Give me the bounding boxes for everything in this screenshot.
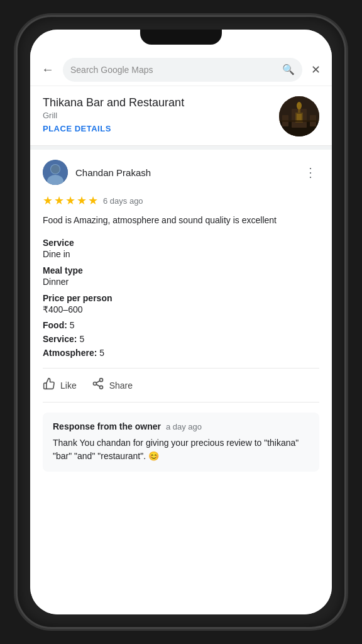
search-icon[interactable]: 🔍 [282,64,295,75]
response-header: Response from the owner a day ago [53,421,309,431]
atmosphere-rating-value: 5 [99,348,104,358]
share-icon [92,377,104,393]
content-area: Thikana Bar and Restaurant Grill PLACE D… [30,86,332,614]
place-details-link[interactable]: PLACE DETAILS [43,124,111,133]
service-detail: Service Dine in [43,237,319,260]
reviewer-info: Chandan Prakash [43,160,151,185]
close-button[interactable]: ✕ [309,60,323,79]
response-text: Thank You chandan for giving your precio… [53,436,309,463]
review-text: Food is Amazing, atmosphere and sound qu… [43,214,319,227]
meal-type-value: Dinner [43,277,69,287]
price-label: Price per person [43,293,112,303]
notch [140,30,222,45]
place-category: Grill [43,111,272,120]
review-details: Service Dine in Meal type Dinner Price p… [43,237,319,358]
search-bar: ← Search Google Maps 🔍 ✕ [30,53,332,86]
search-input-container[interactable]: Search Google Maps 🔍 [63,58,302,82]
like-button[interactable]: Like [43,375,77,396]
food-rating-value: 5 [70,320,75,330]
response-title: Response from the owner [53,421,161,431]
more-options-button[interactable]: ⋮ [302,164,319,181]
service-rating-value: 5 [79,334,84,344]
service-value: Dine in [43,249,70,259]
svg-line-18 [96,380,100,382]
like-icon [43,377,55,393]
owner-response: Response from the owner a day ago Thank … [43,413,319,472]
star-1: ★ [43,194,53,208]
reviewer-header: Chandan Prakash ⋮ [43,160,319,185]
food-rating-row: Food: 5 [43,320,319,330]
star-2: ★ [54,194,64,208]
svg-point-13 [51,165,60,174]
service-rating-row: Service: 5 [43,334,319,344]
back-button[interactable]: ← [39,60,57,79]
rating-row: ★ ★ ★ ★ ★ 6 days ago [43,194,319,208]
service-label: Service [43,238,74,248]
reviewer-name: Chandan Prakash [75,167,151,178]
svg-rect-9 [279,120,319,122]
share-label: Share [109,380,133,391]
service-rating-label: Service: [43,334,77,344]
price-detail: Price per person ₹400–600 [43,292,319,315]
meal-type-detail: Meal type Dinner [43,265,319,287]
like-label: Like [60,380,77,391]
meal-type-label: Meal type [43,265,83,275]
svg-line-17 [96,384,100,386]
review-card: Chandan Prakash ⋮ ★ ★ ★ ★ ★ 6 days ago F… [30,150,332,482]
place-photo [279,96,319,136]
status-bar [30,30,332,53]
share-button[interactable]: Share [92,375,133,396]
atmosphere-label: Atmosphere: [43,348,97,358]
place-header: Thikana Bar and Restaurant Grill PLACE D… [30,86,332,146]
star-rating: ★ ★ ★ ★ ★ [43,194,98,208]
place-info: Thikana Bar and Restaurant Grill PLACE D… [43,96,272,134]
svg-rect-6 [298,105,300,113]
place-name: Thikana Bar and Restaurant [43,96,272,109]
atmosphere-rating-row: Atmosphere: 5 [43,348,319,358]
search-placeholder: Search Google Maps [70,65,277,75]
avatar [43,160,68,185]
food-label: Food: [43,320,67,330]
response-time: a day ago [166,422,202,431]
star-4: ★ [77,194,87,208]
review-time: 6 days ago [103,196,143,206]
price-value: ₹400–600 [43,304,83,314]
star-3: ★ [65,194,75,208]
action-row: Like Share [43,368,319,402]
star-5: ★ [88,194,98,208]
